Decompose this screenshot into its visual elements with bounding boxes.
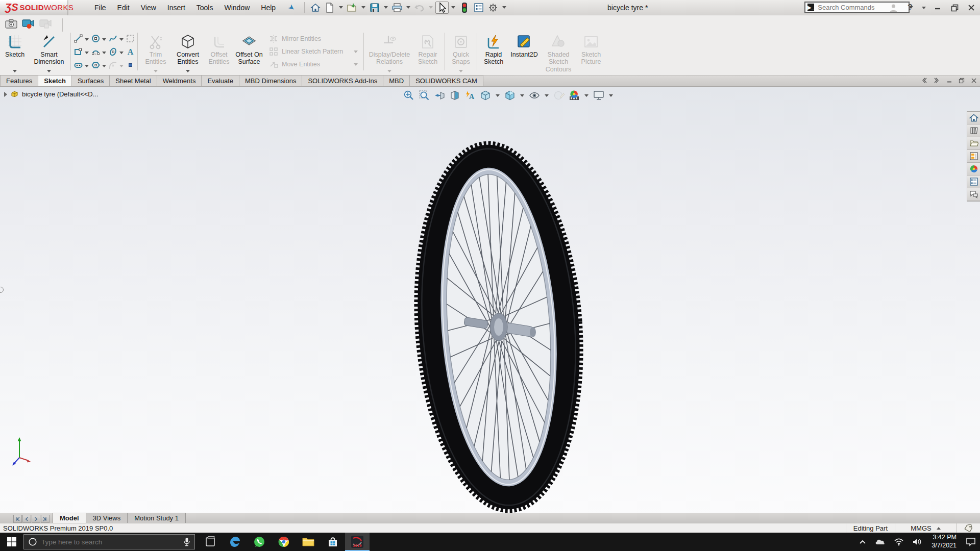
new-document-dropdown[interactable] — [339, 6, 343, 9]
action-center-button[interactable] — [962, 537, 980, 546]
menu-window[interactable]: Window — [218, 1, 255, 14]
print-dropdown[interactable] — [406, 6, 410, 9]
spline-tool-button[interactable] — [108, 34, 118, 45]
text-tool-button[interactable]: A — [126, 47, 135, 59]
spline-dropdown[interactable] — [119, 38, 124, 41]
ellipse-tool-button[interactable] — [108, 47, 118, 59]
save-button[interactable] — [368, 2, 381, 14]
scroll-next-button[interactable] — [32, 515, 40, 523]
tab-evaluate[interactable]: Evaluate — [201, 75, 239, 86]
quick-snaps-dropdown[interactable] — [459, 70, 463, 72]
arc-tool-button[interactable] — [91, 47, 101, 59]
rectangle-dropdown[interactable] — [85, 52, 89, 54]
circle-dropdown[interactable] — [102, 38, 106, 41]
design-library-button[interactable] — [967, 124, 980, 137]
shaded-sketch-contours-button[interactable]: Shaded Sketch Contours — [541, 33, 576, 73]
undo-button[interactable] — [413, 2, 426, 14]
save-dropdown[interactable] — [384, 6, 388, 9]
options-button[interactable] — [486, 2, 500, 14]
onedrive-tray-button[interactable] — [870, 538, 890, 546]
sketch-picture-button[interactable]: Sketch Picture — [576, 33, 606, 66]
sketch-button[interactable]: Sketch — [5, 33, 24, 58]
record-video-button[interactable] — [21, 18, 35, 32]
tab-solidworks-add-ins[interactable]: SOLIDWORKS Add-Ins — [302, 75, 383, 86]
tab-solidworks-cam[interactable]: SOLIDWORKS CAM — [409, 75, 483, 86]
offset-on-surface-button[interactable]: Offset On Surface — [234, 33, 264, 66]
bicycle-wheel-model[interactable] — [0, 87, 980, 513]
menu-edit[interactable]: Edit — [112, 1, 135, 14]
tab-surfaces[interactable]: Surfaces — [71, 75, 110, 86]
doc-restore-icon[interactable] — [959, 78, 965, 84]
volume-tray-button[interactable] — [908, 538, 926, 546]
point-tool-button[interactable] — [126, 60, 135, 72]
doc-close-icon[interactable] — [971, 78, 977, 84]
slot-dropdown[interactable] — [85, 65, 89, 67]
linear-sketch-pattern-button[interactable]: Linear Sketch Pattern — [268, 46, 359, 57]
line-tool-button[interactable] — [74, 34, 83, 45]
tab-mbd[interactable]: MBD — [383, 75, 410, 86]
mirror-entities-button[interactable]: Mirror Entities — [268, 34, 359, 44]
relations-dropdown[interactable] — [387, 70, 391, 72]
units-selector[interactable]: MMGS — [895, 523, 956, 533]
restore-button[interactable] — [948, 2, 961, 14]
edge-app-button[interactable] — [223, 533, 247, 551]
ellipse-dropdown[interactable] — [119, 52, 124, 54]
home-button[interactable] — [309, 2, 322, 14]
move-entities-dropdown[interactable] — [354, 63, 358, 66]
smart-dimension-button[interactable]: Smart Dimension — [30, 33, 68, 66]
doctab-model[interactable]: Model — [53, 513, 86, 523]
convert-entities-button[interactable]: Convert Entities — [172, 33, 204, 66]
menu-file[interactable]: File — [89, 1, 112, 14]
forum-button[interactable] — [967, 188, 980, 201]
help-button[interactable]: ? — [903, 2, 917, 14]
taskbar-search-input[interactable] — [41, 538, 179, 546]
display-delete-relations-button[interactable]: Display/Delete Relations — [366, 33, 413, 66]
scroll-last-button[interactable] — [41, 515, 50, 523]
status-tag-button[interactable] — [956, 523, 980, 533]
menu-view[interactable]: View — [135, 1, 162, 14]
offset-entities-button[interactable]: Offset Entities — [204, 33, 234, 66]
polygon-tool-button[interactable] — [91, 60, 101, 72]
taskbar-search[interactable] — [23, 534, 195, 549]
help-dropdown[interactable] — [922, 7, 926, 9]
file-explorer-app-button[interactable] — [296, 533, 321, 551]
screenshot-camera-button[interactable] — [5, 19, 17, 31]
hidden-icons-button[interactable] — [855, 539, 870, 544]
open-dropdown[interactable] — [361, 6, 365, 9]
wifi-tray-button[interactable] — [890, 538, 908, 546]
fillet-tool-button[interactable] — [108, 60, 118, 72]
scroll-prev-button[interactable] — [22, 515, 31, 523]
user-account-button[interactable] — [887, 2, 900, 14]
store-app-button[interactable] — [321, 533, 345, 551]
rectangle-tool-button[interactable] — [74, 47, 83, 59]
file-explorer-pane-button[interactable] — [967, 137, 980, 150]
rapid-sketch-button[interactable]: Rapid Sketch — [479, 33, 508, 66]
select-dropdown[interactable] — [451, 6, 455, 9]
pane-next-icon[interactable] — [934, 77, 940, 84]
repair-sketch-button[interactable]: Repair Sketch — [413, 33, 443, 66]
doctab-3d-views[interactable]: 3D Views — [86, 513, 128, 523]
microphone-icon[interactable] — [183, 537, 190, 546]
tab-features[interactable]: Features — [0, 75, 38, 86]
graphics-area[interactable]: bicycle tyre (Default<<D... A — [0, 86, 980, 513]
tab-mbd-dimensions[interactable]: MBD Dimensions — [239, 75, 302, 86]
whatsapp-app-button[interactable] — [247, 533, 272, 551]
instant2d-button[interactable]: Instant2D — [510, 33, 538, 58]
fillet-dropdown[interactable] — [119, 65, 124, 67]
quick-snaps-button[interactable]: Quick Snaps — [447, 33, 475, 66]
arc-dropdown[interactable] — [102, 52, 106, 54]
taskpane-home-button[interactable] — [967, 112, 980, 124]
minimize-button[interactable] — [931, 2, 944, 14]
trim-dropdown[interactable] — [154, 70, 158, 72]
custom-properties-button[interactable] — [967, 176, 980, 188]
select-button[interactable] — [435, 2, 449, 14]
undo-dropdown[interactable] — [429, 6, 433, 9]
circle-tool-button[interactable] — [91, 34, 101, 45]
rebuild-button[interactable] — [458, 2, 471, 14]
tab-sheet-metal[interactable]: Sheet Metal — [109, 75, 157, 86]
solidworks-app-button[interactable]: 2019 — [345, 533, 370, 551]
print-button[interactable] — [390, 2, 404, 14]
3d-sketch-tool-button[interactable] — [126, 34, 135, 45]
slot-tool-button[interactable] — [74, 60, 83, 72]
pin-menu-icon[interactable]: ➤ — [286, 2, 297, 13]
